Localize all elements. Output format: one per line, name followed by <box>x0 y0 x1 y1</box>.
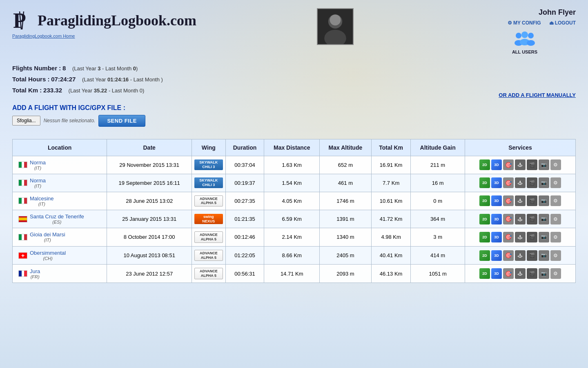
logout-icon: ⏏ <box>549 20 554 26</box>
service-target-button[interactable]: 🎯 <box>503 177 514 188</box>
service-settings-button[interactable]: ⚙ <box>550 214 561 224</box>
service-target-button[interactable]: 🎯 <box>503 232 514 242</box>
service-2d-button[interactable]: 2D <box>479 268 490 279</box>
location-country: (IT) <box>30 202 54 206</box>
service-video-button[interactable]: 🎬 <box>527 177 537 188</box>
service-video-button[interactable]: 🎬 <box>527 159 537 170</box>
service-settings-button[interactable]: ⚙ <box>550 250 561 261</box>
service-game-button[interactable]: 🕹 <box>515 232 526 242</box>
location-name[interactable]: Santa Cruz de Tenerife <box>30 213 84 220</box>
total-km-cell: 41.72 Km <box>371 210 411 228</box>
service-target-button[interactable]: 🎯 <box>503 195 514 206</box>
home-link[interactable]: ParaglidingLogbook.com Home <box>12 34 196 38</box>
service-camera-button[interactable]: 📷 <box>539 177 549 188</box>
location-name[interactable]: Jura <box>30 268 40 274</box>
service-settings-button[interactable]: ⚙ <box>550 232 561 242</box>
my-config-link[interactable]: ⚙ MY CONFIG <box>508 20 541 26</box>
service-3d-button[interactable]: 3D <box>491 214 502 224</box>
header-right: John Flyer ⚙ MY CONFIG ⏏ LOGOUT <box>474 8 576 54</box>
file-label: Nessun file selezionato. <box>44 118 96 123</box>
service-video-button[interactable]: 🎬 <box>527 268 537 279</box>
all-users-section[interactable]: ALL USERS <box>474 30 576 54</box>
logout-link[interactable]: ⏏ LOGOUT <box>549 20 576 26</box>
location-name[interactable]: Norma <box>30 177 46 184</box>
location-country: (ES) <box>30 220 84 224</box>
service-2d-button[interactable]: 2D <box>479 195 490 206</box>
service-2d-button[interactable]: 2D <box>479 232 490 242</box>
add-flight-title: ADD A FLIGHT WITH IGC/GPX FILE : <box>12 104 145 112</box>
wing-cell: swingNEXUS <box>192 210 226 228</box>
flights-label: Flights Number : <box>12 65 61 72</box>
wing-cell: ADVANCEALPHA 5 <box>192 228 226 247</box>
wing-badge: ADVANCEALPHA 5 <box>194 250 223 261</box>
service-settings-button[interactable]: ⚙ <box>550 159 561 170</box>
service-camera-button[interactable]: 📷 <box>539 232 549 242</box>
service-video-button[interactable]: 🎬 <box>527 195 537 206</box>
service-camera-button[interactable]: 📷 <box>539 195 549 206</box>
location-country: (IT) <box>30 184 46 188</box>
table-row: Norma (IT) 29 November 2015 13:31SKYWALK… <box>13 156 576 174</box>
service-2d-button[interactable]: 2D <box>479 159 490 170</box>
date-cell: 19 September 2015 16:11 <box>107 174 192 192</box>
duration-cell: 00:27:35 <box>225 192 264 210</box>
location-name[interactable]: Norma <box>30 159 46 166</box>
services-cell: 2D 3D 🎯 🕹 🎬 📷 ⚙ <box>465 265 575 283</box>
country-flag <box>18 252 27 259</box>
date-cell: 25 January 2015 13:31 <box>107 210 192 228</box>
service-game-button[interactable]: 🕹 <box>515 195 526 206</box>
location-name[interactable]: Gioia dei Marsi <box>30 231 65 238</box>
service-3d-button[interactable]: 3D <box>491 195 502 206</box>
service-settings-button[interactable]: ⚙ <box>550 268 561 279</box>
altitude-gain-cell: 0 m <box>411 192 465 210</box>
service-camera-button[interactable]: 📷 <box>539 250 549 261</box>
col-header-duration: Duration <box>225 139 264 156</box>
service-target-button[interactable]: 🎯 <box>503 214 514 224</box>
svg-point-7 <box>516 33 521 38</box>
table-row: Jura (FR) 23 June 2012 12:57ADVANCEALPHA… <box>13 265 576 283</box>
service-camera-button[interactable]: 📷 <box>539 268 549 279</box>
add-flight-section: ADD A FLIGHT WITH IGC/GPX FILE : Sfoglia… <box>12 104 576 127</box>
service-target-button[interactable]: 🎯 <box>503 268 514 279</box>
service-settings-button[interactable]: ⚙ <box>550 177 561 188</box>
location-name[interactable]: Obersimmental <box>30 250 66 256</box>
max-altitude-cell: 1340 m <box>319 228 371 247</box>
send-file-button[interactable]: SEND FILE <box>98 115 145 127</box>
service-camera-button[interactable]: 📷 <box>539 159 549 170</box>
service-3d-button[interactable]: 3D <box>491 268 502 279</box>
add-manual-link[interactable]: OR ADD A FLIGHT MANUALLY <box>499 92 576 98</box>
service-2d-button[interactable]: 2D <box>479 214 490 224</box>
service-settings-button[interactable]: ⚙ <box>550 195 561 206</box>
total-km-cell: 7.7 Km <box>371 174 411 192</box>
max-altitude-cell: 2405 m <box>319 246 371 265</box>
wing-badge: swingNEXUS <box>194 214 223 224</box>
country-flag <box>18 180 27 186</box>
country-flag <box>18 270 27 277</box>
service-game-button[interactable]: 🕹 <box>515 159 526 170</box>
service-video-button[interactable]: 🎬 <box>527 214 537 224</box>
service-3d-button[interactable]: 3D <box>491 159 502 170</box>
service-3d-button[interactable]: 3D <box>491 232 502 242</box>
service-game-button[interactable]: 🕹 <box>515 268 526 279</box>
browse-button[interactable]: Sfoglia... <box>12 116 40 126</box>
service-game-button[interactable]: 🕹 <box>515 214 526 224</box>
service-game-button[interactable]: 🕹 <box>515 177 526 188</box>
users-group-icon <box>514 30 535 46</box>
service-3d-button[interactable]: 3D <box>491 250 502 261</box>
service-target-button[interactable]: 🎯 <box>503 250 514 261</box>
location-name[interactable]: Malcesine <box>30 195 54 202</box>
hours-value: 07:24:27 <box>51 76 76 83</box>
service-game-button[interactable]: 🕹 <box>515 250 526 261</box>
service-3d-button[interactable]: 3D <box>491 177 502 188</box>
service-target-button[interactable]: 🎯 <box>503 159 514 170</box>
services-cell: 2D 3D 🎯 🕹 🎬 📷 ⚙ <box>465 246 575 265</box>
table-row: Santa Cruz de Tenerife (ES) 25 January 2… <box>13 210 576 228</box>
table-row: Malcesine (IT) 28 June 2015 13:02ADVANCE… <box>13 192 576 210</box>
service-camera-button[interactable]: 📷 <box>539 214 549 224</box>
service-2d-button[interactable]: 2D <box>479 177 490 188</box>
max-altitude-cell: 1391 m <box>319 210 371 228</box>
logo-section: P ParaglidingLogbook.com ParaglidingLogb… <box>12 8 196 38</box>
service-2d-button[interactable]: 2D <box>479 250 490 261</box>
service-video-button[interactable]: 🎬 <box>527 250 537 261</box>
service-video-button[interactable]: 🎬 <box>527 232 537 242</box>
wing-cell: SKYWALKCHILI 3 <box>192 156 226 174</box>
